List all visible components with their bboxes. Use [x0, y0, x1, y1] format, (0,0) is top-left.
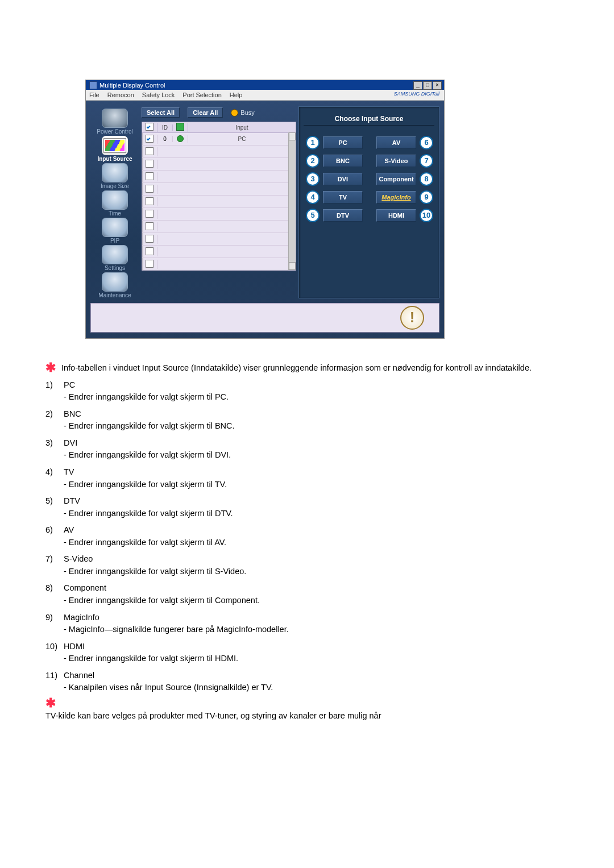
callout-7: 7 [420, 154, 433, 168]
item-title: MagicInfo [64, 612, 289, 624]
sidebar-item-label: Image Size [101, 183, 129, 189]
item-desc: - Endrer inngangskilde for valgt skjerm … [64, 537, 226, 549]
clear-all-button[interactable]: Clear All [188, 107, 223, 118]
scroll-up-button[interactable] [289, 132, 296, 140]
table-row[interactable] [142, 208, 296, 221]
source-svideo-button[interactable]: S-Video [376, 155, 416, 167]
sidebar-item-settings[interactable]: Settings [92, 245, 138, 271]
sidebar-item-label: Power Control [97, 128, 132, 135]
close-button[interactable]: × [433, 81, 442, 90]
table-row[interactable] [142, 183, 296, 196]
scroll-down-button[interactable] [289, 262, 296, 270]
power-icon [102, 109, 128, 128]
menu-port-selection[interactable]: Port Selection [182, 92, 221, 98]
source-hdmi-button[interactable]: HDMI [376, 209, 416, 222]
item-title: TV [64, 467, 227, 478]
table-row[interactable] [142, 221, 296, 233]
item-desc: - Endrer inngangskilde for valgt skjerm … [64, 566, 246, 578]
list-header: ID Input [142, 122, 296, 133]
callout-10: 10 [420, 209, 433, 222]
item-title: S-Video [64, 554, 246, 565]
row-checkbox[interactable] [146, 197, 154, 205]
list-item: 8)Component- Endrer inngangskilde for va… [45, 583, 578, 606]
menubar: File Remocon Safety Lock Port Selection … [86, 90, 444, 101]
item-desc: - Endrer inngangskilde for valgt skjerm … [64, 392, 229, 403]
row-checkbox[interactable] [146, 172, 154, 180]
source-av-button[interactable]: AV [376, 136, 416, 149]
callout-3: 3 [306, 172, 320, 186]
sidebar-item-maintenance[interactable]: Maintenance [92, 272, 138, 298]
source-magicinfo-button[interactable]: MagicInfo [376, 191, 416, 203]
source-dvi-button[interactable]: DVI [323, 173, 363, 185]
app-icon [89, 81, 97, 89]
list-item: 6)AV- Endrer inngangskilde for valgt skj… [45, 525, 578, 548]
window-buttons: _ □ × [413, 81, 442, 90]
source-bnc-button[interactable]: BNC [323, 155, 363, 167]
star-icon: ✱ [45, 699, 56, 707]
list-item: 4)TV- Endrer inngangskilde for valgt skj… [45, 467, 578, 490]
sidebar-item-label: Input Source [97, 156, 132, 162]
item-title: HDMI [64, 641, 238, 653]
table-row[interactable] [142, 158, 296, 171]
source-component-button[interactable]: Component [376, 173, 416, 185]
panel-heading: Choose Input Source [304, 113, 434, 126]
row-checkbox[interactable] [146, 260, 154, 268]
table-row[interactable] [142, 146, 296, 158]
item-title: AV [64, 525, 226, 536]
row-checkbox[interactable] [146, 147, 154, 155]
sidebar-item-power[interactable]: Power Control [92, 109, 138, 135]
list-item: 5)DTV- Endrer inngangskilde for valgt sk… [45, 496, 578, 519]
table-row[interactable]: 0 PC [142, 133, 296, 146]
header-checkbox-icon[interactable] [146, 123, 154, 131]
list-scrollbar[interactable] [288, 132, 296, 270]
row-checkbox[interactable] [146, 222, 154, 230]
list-item: 3)DVI- Endrer inngangskilde for valgt sk… [45, 438, 578, 461]
callout-6: 6 [420, 136, 433, 149]
sidebar-item-image-size[interactable]: Image Size [92, 163, 138, 189]
source-dtv-button[interactable]: DTV [323, 209, 363, 222]
row-checkbox[interactable] [146, 185, 154, 193]
description-list: 1)PC- Endrer inngangskilde for valgt skj… [45, 380, 578, 693]
item-title: BNC [64, 409, 235, 420]
row-checkbox[interactable] [146, 135, 154, 143]
select-all-button[interactable]: Select All [142, 107, 180, 118]
item-desc: - Endrer inngangskilde for valgt skjerm … [64, 653, 238, 665]
table-row[interactable] [142, 258, 296, 271]
row-checkbox[interactable] [146, 247, 154, 255]
list-item: 10)HDMI- Endrer inngangskilde for valgt … [45, 641, 578, 665]
sidebar-item-input-source[interactable]: Input Source [92, 136, 138, 162]
table-row[interactable] [142, 246, 296, 258]
item-title: DVI [64, 438, 231, 449]
menu-file[interactable]: File [89, 92, 99, 98]
menu-remocon[interactable]: Remocon [107, 92, 134, 98]
item-title: PC [64, 380, 229, 391]
menu-help[interactable]: Help [230, 92, 243, 98]
list-item: 11)Channel- Kanalpilen vises når Input S… [45, 670, 578, 693]
sidebar-item-time[interactable]: Time [92, 190, 138, 217]
header-input: Input [188, 124, 296, 131]
table-row[interactable] [142, 171, 296, 183]
window-title: Multiple Display Control [99, 82, 165, 89]
minimize-button[interactable]: _ [413, 81, 422, 90]
intro-note: ✱ Info-tabellen i vinduet Input Source (… [45, 363, 578, 374]
sidebar-item-label: Maintenance [98, 292, 131, 298]
maximize-button[interactable]: □ [423, 81, 432, 90]
table-row[interactable] [142, 196, 296, 208]
input-source-icon [102, 136, 128, 155]
brand-label: SAMSUNG DIGITall [394, 91, 439, 97]
item-desc: - Endrer inngangskilde for valgt skjerm … [64, 421, 235, 432]
busy-indicator: Busy [231, 109, 254, 117]
item-title: DTV [64, 496, 233, 507]
source-tv-button[interactable]: TV [323, 191, 363, 203]
menu-safety-lock[interactable]: Safety Lock [142, 92, 175, 98]
header-id: ID [157, 124, 173, 131]
row-checkbox[interactable] [146, 210, 154, 218]
table-row[interactable] [142, 233, 296, 246]
star-icon: ✱ [45, 363, 61, 373]
status-ok-icon [177, 135, 184, 142]
row-checkbox[interactable] [146, 235, 154, 243]
display-list: ID Input 0 PC [142, 122, 296, 271]
row-checkbox[interactable] [146, 160, 154, 168]
sidebar-item-pip[interactable]: PIP [92, 218, 138, 244]
source-pc-button[interactable]: PC [323, 136, 363, 149]
